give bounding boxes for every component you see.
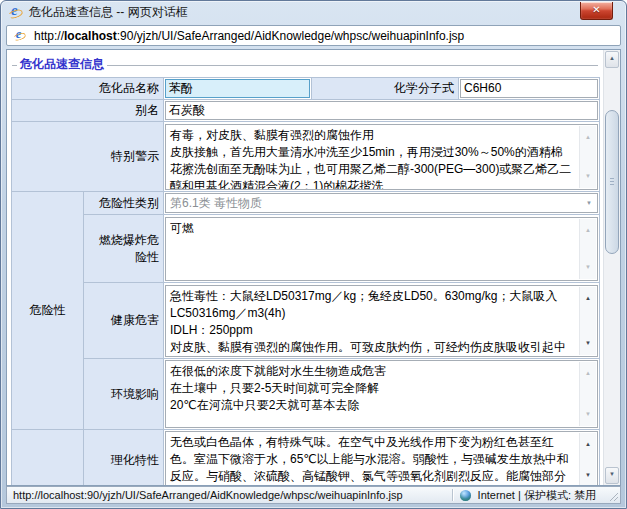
hazard-class-value: 第6.1类 毒性物质 (170, 196, 262, 210)
formula-cell: C6H60 (459, 78, 600, 100)
textarea-scrollbar[interactable] (579, 287, 596, 355)
health-textarea[interactable]: 急性毒性：大鼠经LD50317mg／kg；兔经皮LD50。630mg/kg；大鼠… (165, 285, 598, 357)
empty-group-cell (12, 430, 84, 486)
physchem-label: 理化特性 (84, 430, 164, 486)
scroll-up-icon[interactable] (580, 129, 596, 146)
hazard-class-label: 危险性类别 (84, 192, 164, 215)
resize-grip[interactable] (608, 491, 618, 501)
table-row: 别名 石炭酸 (12, 100, 600, 122)
hazard-class-select[interactable]: 第6.1类 毒性物质 (165, 193, 598, 213)
physchem-cell: 无色或白色晶体，有特殊气味。在空气中及光线作用下变为粉红色甚至红色。室温下微溶于… (164, 430, 600, 486)
legend-divider (107, 65, 598, 66)
combustion-cell: 可燃 (164, 215, 600, 283)
scroll-up-icon[interactable] (580, 436, 596, 453)
page-scrollbar[interactable] (603, 50, 620, 485)
table-row: 健康危害 急性毒性：大鼠经LD50317mg／kg；兔经皮LD50。630mg/… (12, 283, 600, 359)
environment-cell: 在很低的浓度下就能对水生生物造成危害 在土壤中，只要2-5天时间就可完全降解 2… (164, 359, 600, 430)
address-url: http://localhost:90/yjzh/UI/SafeArranged… (34, 29, 464, 43)
environment-label: 环境影响 (84, 359, 164, 430)
status-url: http://localhost:90/yjzh/UI/SafeArranged… (13, 489, 403, 501)
table-row: 危险性 危险性类别 第6.1类 毒性物质 (12, 192, 600, 215)
page-icon (13, 29, 27, 42)
combustion-label: 燃烧爆炸危险性 (84, 215, 164, 283)
page-body: 危化品速查信息 危化品名称 苯酚 化学分子式 C6H60 别名 (7, 50, 603, 485)
internet-globe-icon (460, 490, 471, 501)
alias-input[interactable]: 石炭酸 (165, 101, 598, 120)
environment-text: 在很低的浓度下就能对水生生物造成危害 在土壤中，只要2-5天时间就可完全降解 2… (170, 364, 386, 412)
thumb-grip-icon (610, 178, 614, 179)
scroll-up-icon[interactable] (580, 365, 596, 382)
scroll-down-icon[interactable] (580, 259, 596, 276)
ie-logo-icon (8, 5, 24, 20)
special-warning-text: 有毒，对皮肤、黏膜有强烈的腐蚀作用 皮肤接触，首先用大量清水冲洗至少15min，… (170, 128, 571, 190)
textarea-scrollbar[interactable] (579, 362, 596, 426)
table-row: 理化特性 无色或白色晶体，有特殊气味。在空气中及光线作用下变为粉红色甚至红色。室… (12, 430, 600, 486)
special-warning-label: 特别警示 (12, 122, 164, 192)
address-bar: http://localhost:90/yjzh/UI/SafeArranged… (6, 23, 621, 48)
chevron-down-icon[interactable] (584, 194, 594, 212)
table-row: 危化品名称 苯酚 化学分子式 C6H60 (12, 78, 600, 100)
url-scheme: http:// (34, 29, 64, 43)
scroll-up-icon[interactable] (605, 51, 619, 68)
name-label: 危化品名称 (12, 78, 164, 100)
name-input[interactable]: 苯酚 (165, 79, 310, 98)
table-row: 燃烧爆炸危险性 可燃 (12, 215, 600, 283)
health-label: 健康危害 (84, 283, 164, 359)
scroll-down-icon[interactable] (580, 335, 596, 352)
url-path: :90/yjzh/UI/SafeArranged/AidKnowledge/wh… (117, 29, 465, 43)
scrollbar-thumb[interactable] (605, 110, 619, 254)
dialog-window: 危化品速查信息 -- 网页对话框 http://localhost:90/yjz… (0, 0, 627, 509)
combustion-text: 可燃 (170, 221, 194, 235)
health-cell: 急性毒性：大鼠经LD50317mg／kg；兔经皮LD50。630mg/kg；大鼠… (164, 283, 600, 359)
environment-textarea[interactable]: 在很低的浓度下就能对水生生物造成危害 在土壤中，只要2-5天时间就可完全降解 2… (165, 360, 598, 428)
alias-cell: 石炭酸 (164, 100, 600, 122)
scroll-up-icon[interactable] (580, 222, 596, 239)
textarea-scrollbar[interactable] (579, 219, 596, 279)
section-header: 危化品速查信息 (12, 57, 598, 72)
physchem-text: 无色或白色晶体，有特殊气味。在空气中及光线作用下变为粉红色甚至红色。室温下微溶于… (170, 435, 569, 485)
window-title: 危化品速查信息 -- 网页对话框 (29, 4, 188, 21)
name-cell: 苯酚 (164, 78, 312, 100)
address-input[interactable]: http://localhost:90/yjzh/UI/SafeArranged… (6, 25, 621, 46)
table-row: 特别警示 有毒，对皮肤、黏膜有强烈的腐蚀作用 皮肤接触，首先用大量清水冲洗至少1… (12, 122, 600, 192)
close-button[interactable] (580, 2, 613, 20)
textarea-scrollbar[interactable] (579, 126, 596, 188)
status-bar: http://localhost:90/yjzh/UI/SafeArranged… (6, 486, 621, 504)
scroll-down-icon[interactable] (580, 467, 596, 484)
formula-label: 化学分子式 (312, 78, 459, 100)
special-warning-textarea[interactable]: 有毒，对皮肤、黏膜有强烈的腐蚀作用 皮肤接触，首先用大量清水冲洗至少15min，… (165, 124, 598, 190)
scroll-down-icon[interactable] (580, 406, 596, 423)
scroll-up-icon[interactable] (580, 290, 596, 307)
health-text: 急性毒性：大鼠经LD50317mg／kg；兔经皮LD50。630mg/kg；大鼠… (170, 289, 566, 357)
table-row: 环境影响 在很低的浓度下就能对水生生物造成危害 在土壤中，只要2-5天时间就可完… (12, 359, 600, 430)
textarea-scrollbar[interactable] (579, 433, 596, 485)
physchem-textarea[interactable]: 无色或白色晶体，有特殊气味。在空气中及光线作用下变为粉红色甚至红色。室温下微溶于… (165, 431, 598, 485)
security-zone-text: Internet | 保护模式: 禁用 (478, 488, 596, 503)
combustion-textarea[interactable]: 可燃 (165, 217, 598, 281)
scroll-down-icon[interactable] (580, 168, 596, 185)
hazard-group-label: 危险性 (12, 192, 84, 430)
formula-input[interactable]: C6H60 (460, 79, 598, 98)
scroll-down-icon[interactable] (605, 467, 619, 484)
url-host: localhost (64, 29, 117, 43)
status-separator (452, 489, 453, 501)
section-title: 危化品速查信息 (17, 57, 107, 72)
hazard-class-cell: 第6.1类 毒性物质 (164, 192, 600, 215)
info-table: 危化品名称 苯酚 化学分子式 C6H60 别名 石炭酸 特别警示 (11, 77, 600, 485)
dialog-content: 危化品速查信息 危化品名称 苯酚 化学分子式 C6H60 别名 (6, 49, 621, 486)
alias-label: 别名 (12, 100, 164, 122)
title-bar: 危化品速查信息 -- 网页对话框 (1, 1, 626, 23)
special-warning-cell: 有毒，对皮肤、黏膜有强烈的腐蚀作用 皮肤接触，首先用大量清水冲洗至少15min，… (164, 122, 600, 192)
